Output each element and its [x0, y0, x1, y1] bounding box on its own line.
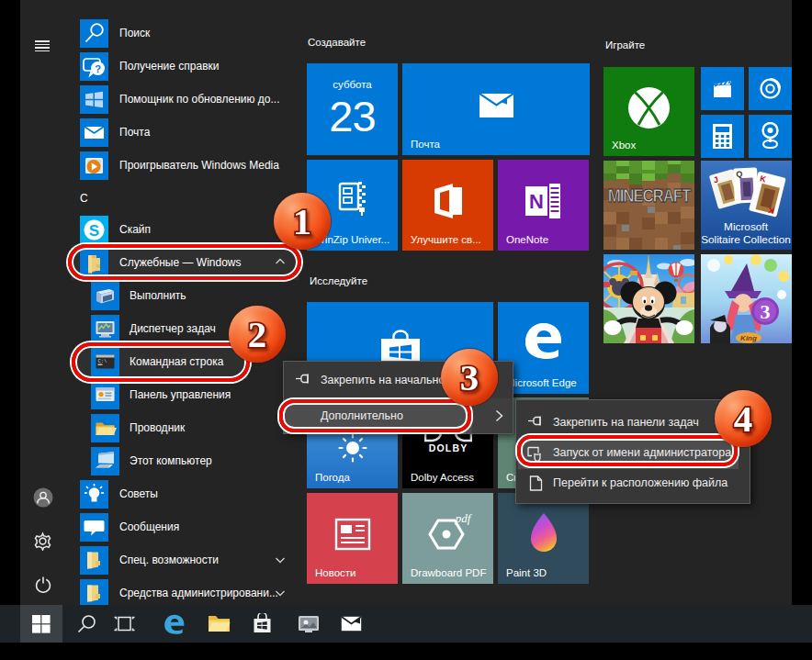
svg-text:Solitaire Collection: Solitaire Collection: [701, 233, 791, 246]
svg-text:3: 3: [460, 356, 479, 398]
svg-text:4: 4: [734, 397, 753, 440]
svg-text:3: 3: [761, 300, 771, 323]
svg-text:DOLBY: DOLBY: [429, 442, 468, 453]
svg-text:N: N: [529, 190, 544, 213]
svg-text:MINECRAFT: MINECRAFT: [608, 185, 692, 207]
svg-text:2: 2: [248, 313, 267, 355]
svg-text:S: S: [89, 222, 99, 240]
svg-text:Microsoft: Microsoft: [724, 220, 769, 233]
svg-text:pdf: pdf: [455, 513, 473, 525]
svg-text:?: ?: [95, 63, 101, 74]
svg-text:King: King: [740, 334, 757, 342]
svg-text:Q: Q: [736, 170, 743, 179]
svg-text:1: 1: [293, 200, 312, 242]
